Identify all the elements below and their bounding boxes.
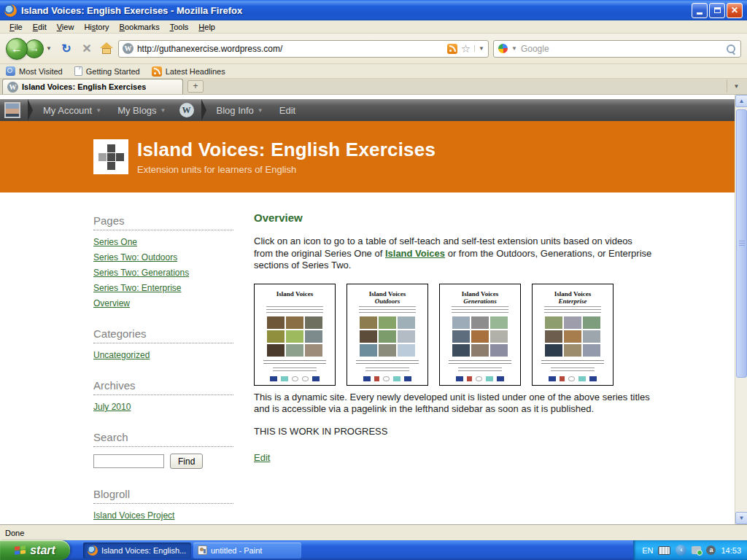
site-title[interactable]: Island Voices: English Exercises — [137, 139, 436, 161]
back-button[interactable]: ← — [6, 38, 28, 60]
thumbnail-series-two-generations[interactable]: Island Voices Generations — [439, 284, 521, 386]
vertical-scrollbar[interactable]: ▲ ▼ — [735, 95, 747, 524]
sidebar-link-island-voices-project[interactable]: Island Voices Project — [93, 510, 233, 521]
taskbar-button-firefox[interactable]: Island Voices: English... — [83, 542, 191, 559]
system-tray: EN ‹ a 14:53 — [633, 540, 747, 560]
admin-bar-separator — [201, 99, 206, 121]
url-dropdown-icon[interactable]: ▼ — [474, 45, 484, 52]
bookmark-most-visited[interactable]: Most Visited — [6, 66, 63, 76]
wordpress-favicon: W — [123, 43, 133, 54]
taskbar-button-paint[interactable]: untitled - Paint — [193, 542, 301, 559]
sidebar-link-overview[interactable]: Overview — [93, 298, 233, 308]
archives-heading: Archives — [93, 379, 233, 395]
menu-history[interactable]: History — [79, 21, 114, 33]
search-engine-dropdown-icon[interactable]: ▼ — [511, 45, 517, 52]
admin-edit-link[interactable]: Edit — [276, 105, 298, 116]
sidebar-link-series-two-generations[interactable]: Series Two: Generations — [93, 268, 233, 278]
blogroll-heading: Blogroll — [93, 488, 233, 504]
keyboard-layout-icon[interactable] — [658, 546, 670, 555]
widget-archives: Archives July 2010 — [93, 379, 233, 412]
url-bar[interactable]: W http://guthanexercise.wordpress.com/ ☆… — [118, 40, 489, 58]
bookmarks-toolbar: Most Visited Getting Started Latest Head… — [0, 64, 747, 79]
hide-icons-chevron[interactable]: ‹ — [676, 545, 686, 556]
minimize-button[interactable] — [692, 3, 708, 18]
blog-info-menu[interactable]: Blog Info▼ — [214, 105, 266, 116]
widget-search: Search Find — [93, 431, 233, 469]
start-button[interactable]: start — [0, 540, 70, 560]
menu-tools[interactable]: Tools — [165, 21, 194, 33]
search-heading: Search — [93, 431, 233, 447]
stop-button[interactable]: ✕ — [79, 41, 95, 57]
window-titlebar: Island Voices: English Exercises - Mozil… — [0, 0, 747, 20]
safely-remove-hardware-icon[interactable] — [692, 546, 701, 554]
sidebar-link-series-one[interactable]: Series One — [93, 237, 233, 247]
series-thumbnails: Island Voices Island Voices Outdoors — [254, 284, 654, 386]
browser-viewport: My Account▼ My Blogs▼ W Blog Info▼ Edit … — [0, 95, 747, 524]
navigation-toolbar: ← → ▼ ↻ ✕ W http://guthanexercise.wordpr… — [0, 34, 747, 64]
chevron-down-icon: ▼ — [258, 107, 263, 114]
bookmark-star-icon[interactable]: ☆ — [461, 44, 471, 54]
new-tab-button[interactable]: + — [187, 80, 204, 93]
restore-button[interactable] — [709, 3, 725, 18]
tab-island-voices[interactable]: W Island Voices: English Exercises — [2, 79, 183, 94]
widget-blogroll: Blogroll Island Voices Project ····· ···… — [93, 488, 233, 524]
dynamic-site-paragraph: This is a dynamic site. Every newly deve… — [254, 392, 654, 416]
rss-icon — [152, 66, 162, 77]
island-voices-link[interactable]: Island Voices — [385, 248, 445, 259]
menu-edit[interactable]: Edit — [28, 21, 52, 33]
windows-flag-icon — [15, 545, 26, 555]
thumbnail-series-two-outdoors[interactable]: Island Voices Outdoors — [347, 284, 428, 386]
bookmark-getting-started[interactable]: Getting Started — [74, 66, 140, 76]
edit-post-link[interactable]: Edit — [254, 452, 270, 463]
wordpress-logo-icon[interactable]: W — [179, 103, 194, 117]
language-indicator[interactable]: EN — [642, 546, 653, 555]
main-content: Overview Click on an icon to go to a tab… — [254, 211, 654, 464]
search-bar[interactable]: ▼ Google — [493, 40, 741, 58]
thumbnail-series-two-enterprise[interactable]: Island Voices Enterprise — [532, 284, 614, 386]
close-button[interactable]: ✕ — [727, 3, 743, 18]
sidebar-link-series-two-enterprise[interactable]: Series Two: Enterprise — [93, 283, 233, 293]
chevron-down-icon: ▼ — [160, 107, 166, 114]
clock: 14:53 — [721, 546, 741, 555]
web-search-input[interactable]: Google — [521, 44, 722, 54]
rss-feed-icon[interactable] — [447, 44, 457, 54]
tray-app-icon[interactable]: a — [706, 545, 716, 555]
home-button[interactable] — [99, 42, 114, 56]
admin-bar-separator — [28, 99, 33, 121]
url-input[interactable]: http://guthanexercise.wordpress.com/ — [137, 44, 444, 54]
reload-button[interactable]: ↻ — [58, 41, 74, 57]
my-blogs-menu[interactable]: My Blogs▼ — [115, 105, 169, 116]
most-visited-icon — [6, 66, 15, 76]
find-button[interactable]: Find — [170, 454, 203, 469]
categories-heading: Categories — [93, 327, 233, 343]
tab-favicon-wordpress: W — [7, 82, 18, 93]
work-in-progress-note: THIS IS WORK IN PROGRESS — [254, 426, 654, 438]
sidebar-link-uncategorized[interactable]: Uncategorized — [93, 350, 233, 360]
list-all-tabs-button[interactable]: ▼ — [727, 79, 746, 93]
menu-view[interactable]: View — [52, 21, 80, 33]
sidebar: Pages Series One Series Two: Outdoors Se… — [93, 214, 233, 524]
page-icon — [74, 66, 82, 76]
widget-categories: Categories Uncategorized — [93, 327, 233, 360]
google-engine-icon[interactable] — [498, 44, 508, 53]
scrollbar-thumb[interactable] — [736, 109, 747, 378]
search-go-icon[interactable] — [726, 44, 736, 54]
scroll-down-arrow[interactable]: ▼ — [735, 512, 747, 524]
photo-grid — [267, 316, 322, 357]
bookmark-latest-headlines[interactable]: Latest Headlines — [152, 66, 225, 77]
post-title: Overview — [254, 211, 654, 224]
menu-file[interactable]: File — [4, 21, 28, 33]
pages-heading: Pages — [93, 214, 233, 230]
history-dropdown-icon[interactable]: ▼ — [44, 45, 54, 52]
user-avatar[interactable] — [4, 102, 20, 118]
scroll-up-arrow[interactable]: ▲ — [735, 95, 747, 107]
sidebar-link-series-two-outdoors[interactable]: Series Two: Outdoors — [93, 252, 233, 262]
site-header: Island Voices: English Exercises Extensi… — [0, 121, 735, 192]
sidebar-link-july-2010[interactable]: July 2010 — [93, 402, 233, 412]
menu-help[interactable]: Help — [193, 21, 220, 33]
my-account-menu[interactable]: My Account▼ — [40, 105, 104, 116]
blog-search-input[interactable] — [93, 454, 164, 468]
photo-grid — [545, 316, 600, 357]
thumbnail-series-one[interactable]: Island Voices — [254, 284, 336, 386]
menu-bookmarks[interactable]: Bookmarks — [115, 21, 165, 33]
